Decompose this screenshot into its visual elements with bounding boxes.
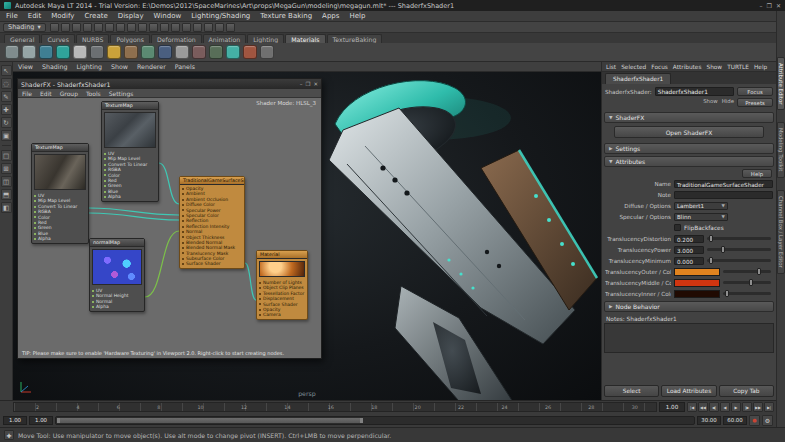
single-pane-layout-icon[interactable]: □ bbox=[1, 150, 12, 161]
snap-view-icon[interactable] bbox=[171, 23, 180, 32]
node-surface-shader[interactable]: TraditionalGameSurfaceShader OpacityAmbi… bbox=[179, 176, 245, 269]
playback-start-field[interactable]: 1.00 bbox=[29, 416, 53, 425]
make-live-icon[interactable] bbox=[182, 23, 191, 32]
shelf-tab[interactable]: Materials bbox=[285, 34, 325, 43]
translucency-distortion-field[interactable]: 0.200 bbox=[674, 235, 704, 243]
undo-icon[interactable] bbox=[83, 23, 92, 32]
select-component-icon[interactable] bbox=[127, 23, 136, 32]
translucency-minimum-slider[interactable] bbox=[707, 259, 771, 262]
node-port-row[interactable]: Alpha bbox=[90, 304, 144, 309]
panel-vertical-tab[interactable]: Modeling Toolkit bbox=[777, 122, 785, 177]
shelf-tab[interactable]: Curves bbox=[41, 34, 74, 43]
node-title[interactable]: Material bbox=[257, 251, 307, 259]
attribute-editor-menu-item[interactable]: List bbox=[606, 64, 616, 70]
render-current-frame-icon[interactable] bbox=[204, 23, 213, 32]
translucency-outer-color-swatch[interactable] bbox=[674, 268, 720, 276]
shaderfx-menu-item[interactable]: Edit bbox=[40, 90, 52, 97]
translucency-outer-slider[interactable] bbox=[723, 270, 771, 273]
close-icon[interactable]: ✕ bbox=[313, 81, 318, 87]
attribute-editor-menu-item[interactable]: Focus bbox=[651, 64, 668, 70]
translucency-middle-color-swatch[interactable] bbox=[674, 279, 720, 287]
shelf-tab[interactable]: General bbox=[4, 34, 40, 43]
show-button[interactable]: Show bbox=[703, 98, 718, 104]
menu-item[interactable]: Window bbox=[154, 12, 182, 20]
playback-button[interactable]: |◀ bbox=[687, 402, 697, 412]
shelf-tool-icon[interactable] bbox=[158, 45, 172, 59]
minimize-icon[interactable]: – bbox=[300, 81, 303, 87]
shelf-tab[interactable]: TextureBaking bbox=[327, 34, 383, 43]
specular-options-dropdown[interactable]: Blinn ▼ bbox=[674, 213, 728, 221]
open-shaderfx-button[interactable]: Open ShaderFX bbox=[614, 126, 764, 138]
translucency-middle-slider[interactable] bbox=[723, 281, 771, 284]
snap-grid-icon[interactable] bbox=[138, 23, 147, 32]
top-persp-layout-icon[interactable]: ⬒ bbox=[1, 189, 12, 200]
shelf-tool-icon[interactable] bbox=[243, 45, 257, 59]
scale-tool-icon[interactable]: ▣ bbox=[1, 130, 12, 141]
shelf-tool-icon[interactable] bbox=[260, 45, 274, 59]
shelf-tool-icon[interactable] bbox=[226, 45, 240, 59]
focus-button[interactable]: Focus bbox=[737, 87, 773, 96]
current-time-field[interactable]: 1.00 bbox=[659, 402, 685, 412]
help-button[interactable]: Help bbox=[742, 169, 772, 178]
animation-preferences-button[interactable]: ⚙ bbox=[762, 415, 773, 426]
tab-shaderfxshader1[interactable]: ShaderfxShader1 bbox=[605, 73, 671, 84]
menu-item[interactable]: Display bbox=[118, 12, 144, 20]
maximize-icon[interactable]: ❐ bbox=[305, 81, 310, 87]
playback-button[interactable]: |▶ bbox=[742, 402, 752, 412]
translucency-power-field[interactable]: 3.000 bbox=[674, 246, 704, 254]
four-pane-layout-icon[interactable]: ⊞ bbox=[1, 163, 12, 174]
node-port-row[interactable]: Surface Shader bbox=[180, 261, 244, 266]
shelf-tab[interactable]: Deformation bbox=[151, 34, 202, 43]
playback-button[interactable]: ◀ bbox=[720, 402, 730, 412]
viewport-menu-item[interactable]: Lighting bbox=[77, 63, 102, 70]
load-attributes-button[interactable]: Load Attributes bbox=[661, 385, 716, 397]
shelf-tool-icon[interactable] bbox=[56, 45, 70, 59]
shaderfx-titlebar[interactable]: ShaderFX - ShaderfxShader1 – ❐ ✕ bbox=[18, 79, 321, 89]
shelf-tool-icon[interactable] bbox=[5, 45, 19, 59]
translucency-inner-color-swatch[interactable] bbox=[674, 290, 720, 298]
playback-button[interactable]: ▶| bbox=[764, 402, 774, 412]
snap-curve-icon[interactable] bbox=[149, 23, 158, 32]
snap-point-icon[interactable] bbox=[160, 23, 169, 32]
shelf-tool-icon[interactable] bbox=[175, 45, 189, 59]
select-button[interactable]: Select bbox=[604, 385, 659, 397]
attribute-editor-menu-item[interactable]: TURTLE bbox=[727, 64, 749, 70]
attribute-editor-menu-item[interactable]: Selected bbox=[621, 64, 646, 70]
shaderfx-menu-item[interactable]: Settings bbox=[109, 90, 134, 97]
node-title[interactable]: TextureMap bbox=[102, 102, 158, 110]
attribute-editor-menu-item[interactable]: Attributes bbox=[673, 64, 702, 70]
node-name-field[interactable]: ShaderfxShader1 bbox=[655, 87, 734, 96]
menu-item[interactable]: Apps bbox=[322, 12, 339, 20]
viewport-menu-item[interactable]: Panels bbox=[175, 63, 195, 70]
rotate-tool-icon[interactable]: ↻ bbox=[1, 117, 12, 128]
menu-item[interactable]: Modify bbox=[51, 12, 74, 20]
shaderfx-window[interactable]: ShaderFX - ShaderfxShader1 – ❐ ✕ FileEdi… bbox=[17, 78, 322, 359]
viewport-menu-item[interactable]: View bbox=[18, 63, 33, 70]
shelf-tool-icon[interactable] bbox=[90, 45, 104, 59]
copy-tab-button[interactable]: Copy Tab bbox=[719, 385, 774, 397]
construction-history-icon[interactable] bbox=[193, 23, 202, 32]
section-settings[interactable]: ▶ Settings bbox=[604, 143, 774, 154]
viewport-menu-item[interactable]: Show bbox=[111, 63, 128, 70]
select-hierarchy-icon[interactable] bbox=[105, 23, 114, 32]
paint-select-tool-icon[interactable]: ✎ bbox=[1, 91, 12, 102]
shelf-tool-icon[interactable] bbox=[192, 45, 206, 59]
maximize-icon[interactable]: ❐ bbox=[767, 2, 772, 9]
menu-item[interactable]: Texture Baking bbox=[260, 12, 312, 20]
node-texturemap-1[interactable]: TextureMap UVMip Map LevelConvert To Lin… bbox=[101, 101, 159, 202]
shaderfx-menu-item[interactable]: Tools bbox=[86, 90, 101, 97]
menu-item[interactable]: Edit bbox=[28, 12, 42, 20]
range-bar[interactable] bbox=[55, 416, 695, 425]
playback-button[interactable]: ▶▶ bbox=[753, 402, 763, 412]
shelf-tab[interactable]: Lighting bbox=[247, 34, 284, 43]
panel-vertical-tab[interactable]: Attribute Editor bbox=[777, 57, 785, 110]
hide-button[interactable]: Hide bbox=[722, 98, 734, 104]
node-title[interactable]: TraditionalGameSurfaceShader bbox=[180, 177, 244, 185]
shaderfx-node-graph[interactable]: Shader Mode: HLSL_3 TextureMap UVMip Map… bbox=[18, 98, 321, 358]
shelf-tool-icon[interactable] bbox=[22, 45, 36, 59]
minimize-icon[interactable]: – bbox=[760, 2, 763, 9]
translucency-power-slider[interactable] bbox=[707, 248, 771, 251]
node-normalmap[interactable]: normalMap UVNormal HeightNormalAlpha bbox=[89, 238, 145, 312]
menu-item[interactable]: Lighting/Shading bbox=[191, 12, 250, 20]
animation-end-field[interactable]: 60.00 bbox=[723, 416, 747, 425]
